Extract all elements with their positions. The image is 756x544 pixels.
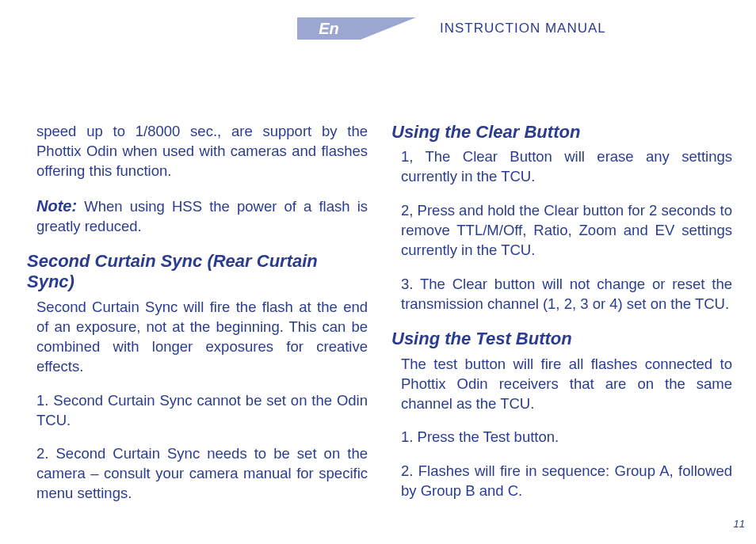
note-body: When using HSS the power of a flash is g… [36, 198, 368, 234]
language-tag: En [297, 17, 361, 40]
paragraph: 1. Press the Test button. [391, 428, 732, 447]
paragraph: 2, Press and hold the Clear button for 2… [391, 201, 732, 261]
manual-page: En INSTRUCTION MANUAL speed up to 1/8000… [0, 0, 756, 544]
right-column: Using the Clear Button 1, The Clear Butt… [391, 122, 732, 518]
paragraph: Second Curtain Sync will fire the flash … [27, 298, 368, 377]
note-paragraph: Note: When using HSS the power of a flas… [27, 196, 368, 237]
section-heading-second-curtain: Second Curtain Sync (Rear Curtain Sync) [27, 251, 368, 293]
paragraph: 3. The Clear button will not change or r… [391, 275, 732, 314]
paragraph: 2. Second Curtain Sync needs to be set o… [27, 444, 368, 504]
paragraph: 1, The Clear Button will erase any setti… [391, 147, 732, 187]
page-number: 11 [734, 518, 745, 530]
paragraph: speed up to 1/8000 sec., are support by … [27, 122, 368, 181]
note-label: Note: [36, 197, 77, 215]
paragraph: 1. Second Curtain Sync cannot be set on … [27, 391, 368, 431]
language-tag-angle [361, 17, 416, 40]
content-columns: speed up to 1/8000 sec., are support by … [0, 46, 756, 518]
section-heading-clear-button: Using the Clear Button [391, 122, 732, 143]
left-column: speed up to 1/8000 sec., are support by … [27, 122, 368, 518]
page-header: En INSTRUCTION MANUAL [0, 0, 756, 46]
section-heading-test-button: Using the Test Button [391, 329, 732, 349]
paragraph: 2. Flashes will fire in sequence: Group … [391, 462, 732, 501]
header-title: INSTRUCTION MANUAL [440, 21, 606, 36]
paragraph: The test button will fire all flashes co… [391, 355, 732, 414]
